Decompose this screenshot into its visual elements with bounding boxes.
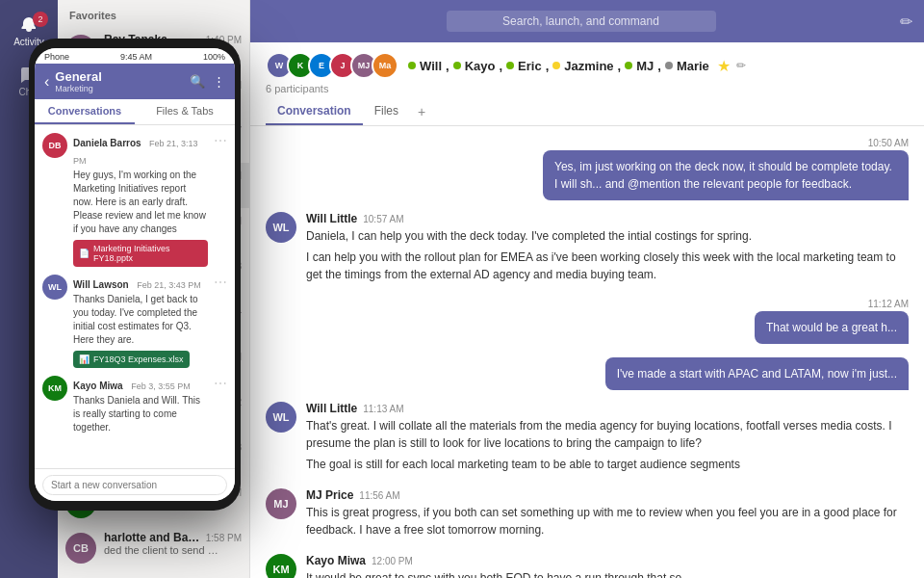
phone-msg-avatar: KM [42,376,67,401]
phone-search-icon[interactable]: 🔍 [190,74,205,89]
phone-msg-options[interactable]: ⋯ [214,133,227,267]
phone-statusbar: Phone 9:45 AM 100% [35,48,235,64]
message-group: WL Will Little 11:13 AM That's great. I … [266,402,909,477]
star-icon[interactable]: ★ [717,57,731,75]
message-time: 11:13 AM [363,404,403,414]
phone-messages: DB Daniela Barros Feb 21, 3:13 PM Hey gu… [35,125,235,468]
message-group: WL Will Little 10:57 AM Daniela, I can h… [266,212,909,287]
channel-preview: ded the client to send the feedback by e… [104,544,219,556]
phone-channel-name: General [55,69,190,84]
phone-msg-body: Daniela Barros Feb 21, 3:13 PM Hey guys,… [73,133,208,267]
phone-msg-author: Will Lawson [73,279,129,290]
phone-message: KM Kayo Miwa Feb 3, 3:55 PM Thanks Danie… [42,376,227,434]
phone-message: WL Will Lawson Feb 21, 3:43 PM Thanks Da… [42,275,227,368]
message-group: 10:50 AM Yes, im just working on the dec… [266,138,909,200]
message-time: 10:50 AM [543,138,909,148]
tab-files[interactable]: Files [363,98,410,125]
compose-icon[interactable]: ✏ [900,13,912,31]
phone-msg-text: Thanks Daniela and Will. This is really … [73,394,208,434]
phone-msg-author: Daniela Barros [73,138,141,148]
chat-header: WKEJMJMa Will, Kayo, Eric, Jazmine, MJ, … [250,42,924,126]
phone-msg-text: Hey guys, I'm working on the Marketing I… [73,169,208,236]
phone-channel-sub: Marketing [55,84,190,93]
phone-frame: Phone 9:45 AM 100% ‹ General Marketing 🔍… [29,39,241,511]
phone-input-bar [35,468,235,501]
message-author: Will Little [306,212,357,225]
message-bubble: I've made a start with APAC and LATAM, n… [605,357,909,390]
phone-msg-author: Kayo Miwa [73,381,123,391]
message-time: 10:57 AM [363,214,403,224]
outgoing-message: I've made a start with APAC and LATAM, n… [605,355,909,390]
participant-names: Will, Kayo, Eric, Jazmine, MJ, Marie [408,59,709,73]
phone-app-icons: 🔍 ⋮ [190,74,225,89]
outgoing-message: 11:12 AM That would be a great h... [755,299,909,344]
channel-item[interactable]: TM tstal McKinney 1:55 PM [58,570,249,578]
edit-icon[interactable]: ✏ [736,59,746,72]
message-author: Kayo Miwa [306,554,366,567]
phone-input-field[interactable] [42,475,227,495]
channel-section-header: Favorites [58,0,249,27]
status-dot [625,62,632,69]
tab-conversation[interactable]: Conversation [266,98,363,125]
phone-overlay: Phone 9:45 AM 100% ‹ General Marketing 🔍… [29,39,250,539]
message-meta: Will Little 10:57 AM [306,212,909,225]
phone-msg-options[interactable]: ⋯ [214,275,227,368]
message-meta: Kayo Miwa 12:00 PM [306,554,909,567]
search-box[interactable]: Search, launch, and command [447,11,716,32]
message-text: This is great progress, if you both can … [306,504,909,539]
message-bubble: Yes, im just working on the deck now, it… [543,150,909,200]
message-avatar: MJ [266,488,296,519]
status-dot [552,62,560,69]
message-time: 11:12 AM [755,299,909,309]
phone-battery: 100% [203,52,225,62]
message-group: MJ MJ Price 11:56 AM This is great progr… [266,488,909,542]
phone-tab-conversations[interactable]: Conversations [35,99,135,124]
phone-carrier: Phone [44,52,69,62]
message-group: 11:12 AM That would be a great h... [266,299,909,344]
message-author: MJ Price [306,488,353,502]
phone-msg-options[interactable]: ⋯ [214,376,227,434]
message-avatar: WL [266,402,296,433]
phone-msg-text: Thanks Daniela, I get back to you today.… [73,293,208,347]
attachment-name: FY18Q3 Expenses.xlsx [93,355,184,364]
attachment-icon: 📄 [79,249,90,258]
message-meta: Will Little 11:13 AM [306,402,909,415]
phone-attachment: 📊 FY18Q3 Expenses.xlsx [73,351,190,368]
phone-attachment: 📄 Marketing Initiatives FY18.pptx [73,240,208,267]
participant-avatar: Ma [372,52,398,79]
participant-name: Kayo [465,59,496,73]
chat-main: Search, launch, and command ✏ WKEJMJMa W… [250,0,924,578]
activity-badge: 2 [33,12,48,27]
participant-name: Marie [677,59,709,73]
status-dot [665,62,673,69]
participants-count: 6 participants [266,83,909,94]
message-group: KM Kayo Miwa 12:00 PM It would be great … [266,554,909,578]
phone-time: 9:45 AM [120,52,152,62]
status-dot [453,62,461,69]
message-avatar: WL [266,212,296,243]
chat-tabs: Conversation Files + [266,98,909,125]
message-body: Will Little 11:13 AM That's great. I wil… [306,402,909,477]
message-text: That's great. I will collate all the mat… [306,417,909,473]
message-group: I've made a start with APAC and LATAM, n… [266,355,909,390]
phone-msg-body: Will Lawson Feb 21, 3:43 PM Thanks Danie… [73,275,208,368]
phone-msg-date: Feb 21, 3:43 PM [137,280,201,290]
phone-msg-avatar: DB [42,133,67,158]
attachment-name: Marketing Initiatives FY18.pptx [93,244,202,263]
phone-channel-info: General Marketing [55,69,190,93]
message-bubble: That would be a great h... [755,311,909,344]
phone-more-icon[interactable]: ⋮ [213,74,225,89]
phone-back-button[interactable]: ‹ [44,73,49,91]
chat-participants-row: WKEJMJMa Will, Kayo, Eric, Jazmine, MJ, … [266,52,909,79]
message-author: Will Little [306,402,357,415]
tab-add-button[interactable]: + [410,98,433,125]
teams-desktop: 2 Activity 1 Chat Favorites RT Ray Tanak… [0,0,924,578]
top-bar: Search, launch, and command ✏ [250,0,924,42]
message-body: MJ Price 11:56 AM This is great progress… [306,488,909,542]
search-area: Search, launch, and command [262,11,900,32]
phone-tab-files[interactable]: Files & Tabs [135,99,235,124]
phone-tabs: Conversations Files & Tabs [35,99,235,125]
messages-area: 10:50 AM Yes, im just working on the dec… [250,126,924,578]
phone-app-header: ‹ General Marketing 🔍 ⋮ [35,64,235,99]
message-text: It would be great to sync with you both … [306,569,909,578]
